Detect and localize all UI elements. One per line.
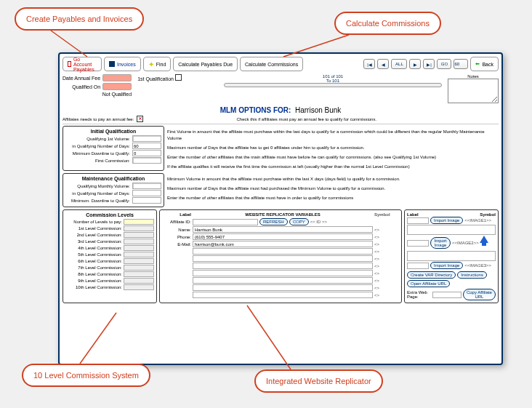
image-import-box: Label Symbol Import Image <<IMAGE1>> Imp… <box>404 209 499 303</box>
web-symbol: <> <box>374 293 399 297</box>
web-var-input-6[interactable] <box>193 263 373 269</box>
nav-prev-button[interactable]: ◀ <box>377 59 389 69</box>
init-r1-label: Qualifying 1st Volume: <box>86 137 130 141</box>
notes-textarea[interactable] <box>448 79 499 103</box>
first-qual-label: 1st Qualification <box>137 76 174 81</box>
maint-downline-input[interactable] <box>132 197 161 204</box>
svg-line-2 <box>80 313 116 364</box>
maint-days-input[interactable] <box>132 190 161 196</box>
first-commission-input[interactable] <box>132 157 161 164</box>
copy-button[interactable]: COPY <box>289 218 309 225</box>
nav-go-button[interactable]: GO <box>437 59 451 69</box>
refresh-button[interactable]: REFRESH <box>259 218 288 225</box>
web-symbol-header: Symbol <box>374 212 399 217</box>
web-var-row: <> <box>162 248 399 255</box>
nav-first-button[interactable]: |◀ <box>363 59 375 69</box>
img2-label-input[interactable] <box>407 240 429 247</box>
website-replicator-box: Label WEBSITE REPLICATOR VARIABLES Symbo… <box>159 209 402 303</box>
maint-r2-label: in Qualifying Number of Days: <box>72 191 130 196</box>
web-symbol: <> <box>374 271 399 276</box>
annual-fee-checkbox[interactable] <box>137 116 143 122</box>
web-var-input-1[interactable] <box>193 226 373 233</box>
create-var-button[interactable]: Create VAR Directory <box>407 271 456 279</box>
level2-input[interactable] <box>124 232 154 238</box>
level6-input[interactable] <box>124 258 154 264</box>
web-var-input-9[interactable] <box>193 284 373 291</box>
web-row-label: Affiliate ID: <box>162 220 191 224</box>
level1-input[interactable] <box>124 225 154 231</box>
import-image2-button[interactable]: Import Image <box>430 237 451 249</box>
web-var-input-3[interactable] <box>193 241 373 247</box>
img2-preview <box>407 251 496 261</box>
web-var-input-7[interactable] <box>193 270 373 276</box>
nav-go-input[interactable] <box>454 59 468 69</box>
level4-input[interactable] <box>124 245 154 251</box>
extra-web-input[interactable] <box>432 292 462 298</box>
web-var-row: Phone: <> <box>162 233 399 240</box>
level7-input[interactable] <box>124 265 154 271</box>
import-image1-button[interactable]: Import Image <box>430 217 463 224</box>
callout-payables: Create Payables and Invoices <box>15 7 144 31</box>
img3-label-input[interactable] <box>407 263 429 269</box>
init-qual-title: Initial Qualification <box>65 129 161 134</box>
copy-affiliate-url-button[interactable]: Copy Affiliate URL <box>463 289 496 300</box>
web-symbol: <> <box>374 235 399 239</box>
qualifying-1st-volume-input[interactable] <box>132 135 161 142</box>
callout-commissions: Calculate Commissions <box>334 12 441 35</box>
open-affiliate-url-button[interactable]: Open Affiliate URL <box>407 280 450 287</box>
qualified-on-input[interactable] <box>102 83 132 90</box>
import-image3-button[interactable]: Import Image <box>430 262 463 269</box>
img1-symbol: <<IMAGE1>> <box>464 218 489 223</box>
img2-symbol: <<IMAGE2>> <box>452 241 477 245</box>
qualification-dates: Date Annual Fee Qualified On Not Qualifi… <box>63 74 132 98</box>
nav-next-button[interactable]: ▶ <box>409 59 421 69</box>
web-var-input-4[interactable] <box>193 248 373 255</box>
first-qual-checkbox[interactable] <box>175 74 182 81</box>
web-label-header: Label <box>162 212 191 217</box>
img3-symbol: <<IMAGE3>> <box>464 263 489 268</box>
web-var-row: E-Mail: <> <box>162 241 399 247</box>
web-var-input-5[interactable] <box>193 255 373 262</box>
qualified-on-label: Qualified On <box>72 84 100 89</box>
init-r2-label: in Qualifying Number of Days: <box>72 144 130 148</box>
find-button[interactable]: ✦Find <box>143 57 172 71</box>
num-levels-label: Number of Levels to pay: <box>73 220 122 224</box>
img-symbol-header: Symbol <box>480 212 496 217</box>
qualifying-monthly-volume-input[interactable] <box>132 183 161 189</box>
instructions-button[interactable]: Instructions <box>457 271 487 279</box>
date-annual-input[interactable] <box>102 74 132 81</box>
nav-last-button[interactable]: ▶| <box>423 59 435 69</box>
web-var-input-2[interactable] <box>193 233 373 240</box>
up-arrow-icon[interactable] <box>480 236 488 243</box>
affiliate-id-input[interactable] <box>193 219 258 225</box>
level10-input[interactable] <box>124 284 154 290</box>
toolbar: Go Account Payables Invoices ✦Find Calcu… <box>63 57 499 71</box>
nav-all-button[interactable]: ALL <box>391 59 407 69</box>
invoices-button[interactable]: Invoices <box>104 57 141 71</box>
comm-title: Commission Levels <box>65 212 154 217</box>
img1-label-input[interactable] <box>407 217 429 224</box>
commission-levels-box: Commission Levels Number of Levels to pa… <box>63 209 157 303</box>
web-var-input-10[interactable] <box>193 292 373 298</box>
web-var-row: <> <box>162 284 399 291</box>
web-header: WEBSITE REPLICATOR VARIABLES <box>194 212 371 217</box>
scrollbar[interactable] <box>224 83 442 87</box>
init-r3-label: Minimum Downline to Qualify: <box>73 151 130 156</box>
web-var-row: <> <box>162 270 399 276</box>
back-button[interactable]: ⬅Back <box>470 57 499 71</box>
web-var-row: Affiliate ID: REFRESH COPY << ID >> <box>162 218 399 225</box>
num-levels-input[interactable] <box>124 219 154 225</box>
svg-line-0 <box>51 31 87 57</box>
level3-input[interactable] <box>124 239 154 244</box>
level9-input[interactable] <box>124 278 154 284</box>
web-var-input-8[interactable] <box>193 277 373 284</box>
web-symbol: <> <box>374 279 399 283</box>
web-symbol: << ID >> <box>310 220 335 224</box>
min-downline-input[interactable] <box>132 150 161 156</box>
level5-input[interactable] <box>124 252 154 257</box>
level8-input[interactable] <box>124 271 154 277</box>
web-var-row: Name: <> <box>162 226 399 233</box>
qualifying-days-input[interactable] <box>132 143 161 149</box>
calculate-payables-button[interactable]: Calculate Payables Due <box>173 57 238 71</box>
callout-replicator: Integrated Website Replicator <box>254 369 383 393</box>
